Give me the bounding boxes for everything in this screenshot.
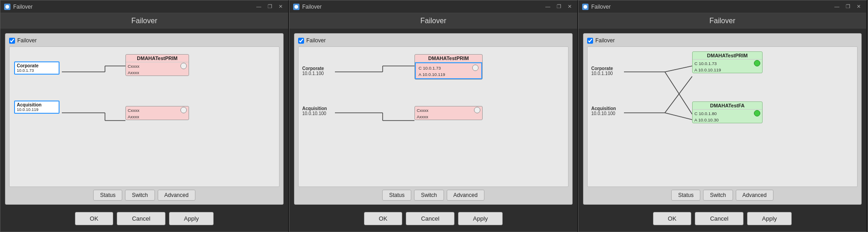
close-btn-2[interactable]: ✕	[566, 4, 574, 9]
svg-point-0	[5, 5, 9, 9]
failover-checkbox-label-1: Failover	[17, 37, 37, 44]
status-btn-1[interactable]: Status	[93, 190, 122, 201]
secondary-row2-1: Axxxx	[128, 114, 187, 119]
advanced-btn-1[interactable]: Advanced	[158, 190, 195, 201]
corporate-label-2: Corporate	[302, 66, 324, 71]
acquisition-label-1: Acquisition	[17, 102, 57, 107]
secondary-status-circle-3	[754, 110, 760, 116]
minimize-btn-1[interactable]: —	[254, 4, 263, 9]
failover-checkbox-3[interactable]	[587, 38, 593, 44]
window-title-3: Failover	[579, 13, 866, 29]
secondary-server-box-1[interactable]: Cxxxx Axxxx	[125, 106, 189, 120]
window-content-2: Failover Corporate 10.0.1.100	[289, 29, 577, 232]
close-btn-3[interactable]: ✕	[855, 4, 863, 9]
status-btn-3[interactable]: Status	[671, 190, 700, 201]
acquisition-ip-2: 10.0.10.100	[302, 111, 327, 116]
secondary-row1-1: Cxxxx	[128, 108, 179, 113]
primary-server-title-3: DMAHATestPRIM	[693, 52, 762, 60]
failover-panel-2: Failover Corporate 10.0.1.100	[294, 33, 573, 205]
apply-btn-2[interactable]: Apply	[458, 212, 503, 225]
primary-row2-1: Axxxx	[128, 70, 187, 75]
window-1: Failover — ❐ ✕ Failover Failover	[0, 0, 289, 232]
restore-btn-1[interactable]: ❐	[266, 4, 274, 9]
action-buttons-3: Status Switch Advanced	[587, 190, 858, 201]
switch-btn-1[interactable]: Switch	[125, 190, 155, 201]
close-btn-1[interactable]: ✕	[277, 4, 284, 9]
secondary-row2-2: Axxxx	[417, 114, 480, 119]
primary-row1-1: Cxxxx	[128, 64, 179, 69]
switch-btn-2[interactable]: Switch	[414, 190, 444, 201]
window-title-2: Failover	[289, 13, 577, 29]
app-icon-2	[293, 4, 299, 10]
diagram-area-3: Corporate 10.0.1.100 Acquisition 10.0.10…	[587, 46, 858, 187]
corporate-label-3: Corporate	[591, 66, 613, 71]
primary-status-circle-3	[754, 60, 760, 66]
window-3: Failover — ❐ ✕ Failover Failover	[578, 0, 867, 232]
primary-server-box-3[interactable]: DMAHATestPRIM C 10.0.1.73 A 10.0.10.119	[692, 51, 763, 73]
corporate-ip-1: 10.0.1.73	[17, 68, 57, 73]
corporate-ip-3: 10.0.1.100	[591, 71, 613, 76]
titlebar-3: Failover — ❐ ✕	[579, 0, 866, 13]
ok-btn-2[interactable]: OK	[364, 212, 403, 225]
failover-checkbox-1[interactable]	[9, 38, 15, 44]
titlebar-title-2: Failover	[302, 4, 322, 10]
apply-btn-3[interactable]: Apply	[747, 212, 792, 225]
cancel-btn-1[interactable]: Cancel	[117, 212, 165, 225]
action-buttons-2: Status Switch Advanced	[298, 190, 569, 201]
window-title-1: Failover	[0, 13, 288, 29]
acquisition-node-1[interactable]: Acquisition 10.0.10.119	[14, 101, 60, 114]
secondary-server-box-2[interactable]: Cxxxx Axxxx	[414, 106, 483, 120]
titlebar-title-3: Failover	[591, 4, 611, 10]
acquisition-label-3: Acquisition	[591, 106, 616, 111]
secondary-status-circle-1	[180, 107, 187, 113]
secondary-row1-3: C 10.0.1.80	[694, 111, 752, 116]
app-icon-1	[4, 4, 10, 10]
advanced-btn-2[interactable]: Advanced	[447, 190, 484, 201]
acquisition-ip-1: 10.0.10.119	[17, 107, 57, 112]
cancel-btn-2[interactable]: Cancel	[406, 212, 454, 225]
svg-point-14	[584, 5, 587, 9]
cancel-btn-3[interactable]: Cancel	[695, 212, 743, 225]
window-content-1: Failover Corporate 10.0.1.73	[0, 29, 288, 232]
failover-checkbox-label-3: Failover	[595, 37, 615, 44]
switch-btn-3[interactable]: Switch	[703, 190, 733, 201]
primary-server-box-1[interactable]: DMAHATestPRIM Cxxxx Axxxx	[125, 54, 189, 76]
primary-row1-2: C 10.0.1.73	[419, 66, 470, 71]
failover-checkbox-2[interactable]	[298, 38, 304, 44]
corporate-node-3: Corporate 10.0.1.100	[591, 66, 613, 76]
restore-btn-2[interactable]: ❐	[555, 4, 563, 9]
secondary-row1-2: Cxxxx	[417, 108, 472, 113]
secondary-server-box-3[interactable]: DMAHATestFA C 10.0.1.80 A 10.0.10.30	[692, 101, 763, 123]
acquisition-ip-3: 10.0.10.100	[591, 111, 616, 116]
primary-server-title-2: DMAHATestPRIM	[415, 55, 482, 62]
secondary-server-title-3: DMAHATestFA	[693, 102, 762, 110]
titlebar-1: Failover — ❐ ✕	[0, 0, 288, 13]
corporate-node-1[interactable]: Corporate 10.0.1.73	[14, 61, 60, 75]
restore-btn-3[interactable]: ❐	[844, 4, 852, 9]
diagram-area-1: Corporate 10.0.1.73 Acquisition 10.0.10.…	[9, 46, 279, 187]
minimize-btn-2[interactable]: —	[544, 4, 552, 9]
primary-row2-2: A 10.0.10.119	[419, 72, 479, 77]
failover-checkbox-row-1: Failover	[9, 37, 279, 44]
primary-server-box-2[interactable]: DMAHATestPRIM C 10.0.1.73 A 10.0.10.119	[414, 54, 483, 80]
secondary-row2-3: A 10.0.10.30	[694, 117, 760, 122]
corporate-node-2: Corporate 10.0.1.100	[302, 66, 324, 76]
ok-btn-3[interactable]: OK	[653, 212, 692, 225]
window-2: Failover — ❐ ✕ Failover Failover	[289, 0, 578, 232]
minimize-btn-3[interactable]: —	[833, 4, 841, 9]
acquisition-node-2: Acquisition 10.0.10.100	[302, 106, 327, 116]
acquisition-node-3: Acquisition 10.0.10.100	[591, 106, 616, 116]
primary-server-title-1: DMAHATestPRIM	[126, 55, 189, 62]
ok-btn-1[interactable]: OK	[75, 212, 114, 225]
primary-status-circle-1	[180, 63, 187, 69]
app-icon-3	[582, 4, 589, 10]
advanced-btn-3[interactable]: Advanced	[736, 190, 773, 201]
bottom-buttons-2: OK Cancel Apply	[294, 208, 573, 227]
corporate-label-1: Corporate	[17, 63, 57, 68]
failover-panel-1: Failover Corporate 10.0.1.73	[5, 33, 284, 205]
status-btn-2[interactable]: Status	[382, 190, 411, 201]
diagram-area-2: Corporate 10.0.1.100 Acquisition 10.0.10…	[298, 46, 569, 187]
corporate-ip-2: 10.0.1.100	[302, 71, 324, 76]
apply-btn-1[interactable]: Apply	[169, 212, 214, 225]
titlebar-title-1: Failover	[13, 4, 33, 10]
